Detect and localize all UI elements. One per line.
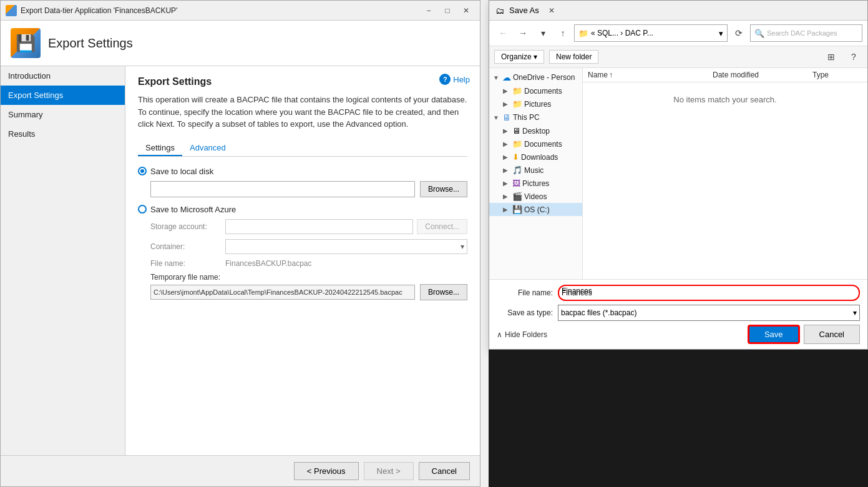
sidebar-item-export-settings[interactable]: Export Settings	[1, 86, 125, 105]
od-pictures-chevron: ▶	[503, 101, 510, 107]
help-icon: ?	[439, 74, 451, 85]
filename-row: File name: FinancesBACKUP.bacpac	[138, 259, 467, 268]
dropdown-nav-button[interactable]: ▾	[534, 25, 552, 41]
next-button[interactable]: Next >	[364, 462, 414, 480]
footer-bar: < Previous Next > Cancel	[1, 455, 480, 486]
address-bar[interactable]: 📁 « SQL... › DAC P... ▾	[574, 24, 728, 42]
tree-item-od-documents[interactable]: ▶ 📁 Documents	[489, 84, 582, 97]
tree-item-onedrive[interactable]: ▼ ☁ OneDrive - Person	[489, 71, 582, 84]
save-local-radio-item[interactable]: Save to local disk	[138, 167, 467, 176]
documents-chevron: ▶	[503, 140, 510, 147]
content-description: This operation will create a BACPAC file…	[138, 94, 467, 130]
search-icon: 🔍	[754, 29, 764, 38]
onedrive-icon: ☁	[502, 72, 511, 82]
tab-advanced[interactable]: Advanced	[182, 140, 233, 156]
save-button[interactable]: Save	[748, 325, 800, 344]
tree-item-od-pictures[interactable]: ▶ 📁 Pictures	[489, 97, 582, 111]
music-label: Music	[524, 166, 544, 175]
desktop-label: Desktop	[522, 127, 550, 135]
sidebar-item-introduction[interactable]: Introduction	[1, 66, 125, 86]
save-local-label: Save to local disk	[150, 167, 213, 176]
dialog-title-icon: 🗂	[494, 5, 505, 16]
save-as-type-value: bacpac files (*.bacpac)	[561, 308, 636, 317]
sidebar-item-summary[interactable]: Summary	[1, 105, 125, 124]
view-options-button[interactable]: ⊞	[822, 49, 840, 65]
left-window: Export Data-tier Application 'FinancesBA…	[0, 0, 480, 487]
osc-icon: 💾	[512, 205, 522, 214]
file-name-field-label: File name:	[497, 288, 553, 297]
help-link[interactable]: ? Help	[439, 74, 470, 85]
save-as-dialog: 🗂 Save As ✕ ← → ▾ ↑ 📁 « SQL... › DAC P..…	[489, 0, 868, 350]
sidebar: Introduction Export Settings Summary Res…	[1, 66, 125, 455]
container-select[interactable]: ▾	[225, 239, 467, 254]
tree-item-desktop[interactable]: ▶ 🖥 Desktop	[489, 124, 582, 137]
dialog-close-button[interactable]: ✕	[543, 4, 560, 17]
tab-settings[interactable]: Settings	[138, 140, 182, 156]
cancel-button[interactable]: Cancel	[419, 462, 470, 480]
maximize-button[interactable]: □	[439, 4, 456, 17]
od-documents-icon: 📁	[512, 86, 522, 96]
azure-section: Storage account: Connect... Container: ▾…	[138, 219, 467, 268]
new-folder-button[interactable]: New folder	[549, 50, 598, 64]
save-azure-radio[interactable]	[138, 205, 147, 214]
tree-item-downloads[interactable]: ▶ ⬇ Downloads	[489, 150, 582, 164]
search-bar[interactable]: 🔍 Search DAC Packages	[750, 24, 862, 42]
forward-button[interactable]: →	[514, 25, 532, 41]
local-path-input[interactable]	[150, 181, 415, 197]
save-as-type-select[interactable]: bacpac files (*.bacpac) ▾	[558, 305, 860, 321]
app-logo-image: 💾	[11, 28, 41, 58]
previous-button[interactable]: < Previous	[294, 462, 359, 480]
save-azure-radio-item[interactable]: Save to Microsoft Azure	[138, 205, 467, 214]
container-label: Container:	[150, 242, 225, 251]
col-date[interactable]: Date modified	[713, 71, 812, 79]
left-title-bar: Export Data-tier Application 'FinancesBA…	[1, 1, 480, 21]
hide-folders-icon: ∧	[497, 330, 502, 339]
dialog-help-button[interactable]: ?	[845, 49, 862, 65]
music-chevron: ▶	[503, 167, 510, 174]
empty-message: No items match your search.	[583, 82, 867, 117]
refresh-button[interactable]: ⟳	[730, 25, 748, 41]
dialog-body: ▼ ☁ OneDrive - Person ▶ 📁 Documents ▶ 📁 …	[489, 68, 867, 279]
tree-item-pictures[interactable]: ▶ 🖼 Pictures	[489, 177, 582, 190]
tree-item-thispc[interactable]: ▼ 🖥 This PC	[489, 111, 582, 124]
dialog-toolbar: ← → ▾ ↑ 📁 « SQL... › DAC P... ▾ ⟳ 🔍 Sear…	[489, 21, 867, 46]
tree-item-documents[interactable]: ▶ 📁 Documents	[489, 137, 582, 150]
hide-folders-toggle[interactable]: ∧ Hide Folders	[497, 330, 547, 339]
connect-button[interactable]: Connect...	[417, 219, 467, 234]
organize-button[interactable]: Organize ▾	[494, 50, 544, 64]
tree-item-videos[interactable]: ▶ 🎬 Videos	[489, 190, 582, 203]
file-name-input[interactable]	[558, 285, 860, 301]
temp-path-input[interactable]	[150, 285, 415, 300]
up-button[interactable]: ↑	[554, 25, 572, 41]
temp-browse-button[interactable]: Browse...	[420, 284, 467, 300]
documents-icon: 📁	[512, 139, 522, 149]
address-dropdown-icon: ▾	[719, 29, 723, 38]
tree-item-music[interactable]: ▶ 🎵 Music	[489, 164, 582, 177]
minimize-button[interactable]: −	[420, 4, 437, 17]
temp-label: Temporary file name:	[150, 273, 467, 282]
music-icon: 🎵	[512, 165, 522, 175]
content-title: Export Settings	[138, 76, 467, 87]
osc-chevron: ▶	[503, 206, 510, 213]
column-headers: Name ↑ Date modified Type	[583, 68, 867, 82]
address-text: « SQL... › DAC P...	[591, 29, 716, 37]
local-path-row: Browse...	[138, 181, 467, 197]
dialog-cancel-button[interactable]: Cancel	[804, 325, 860, 344]
close-button[interactable]: ✕	[457, 4, 475, 17]
temp-section: Temporary file name: Browse...	[138, 273, 467, 300]
desktop-icon: 🖥	[512, 126, 520, 135]
dialog-title-text: Save As	[509, 6, 539, 15]
col-type[interactable]: Type	[812, 71, 862, 79]
back-button[interactable]: ←	[494, 25, 512, 41]
content-area: ? Help Export Settings This operation wi…	[125, 66, 480, 455]
dialog-window-controls: ✕	[543, 4, 560, 17]
onedrive-label: OneDrive - Person	[513, 73, 575, 82]
tree-item-osc[interactable]: ▶ 💾 OS (C:)	[489, 203, 582, 216]
browse-button[interactable]: Browse...	[420, 181, 467, 197]
save-as-type-row: Save as type: bacpac files (*.bacpac) ▾	[497, 305, 860, 321]
sidebar-item-results[interactable]: Results	[1, 124, 125, 144]
storage-account-input[interactable]	[225, 219, 413, 234]
col-name[interactable]: Name ↑	[588, 71, 713, 79]
thispc-icon: 🖥	[502, 112, 511, 122]
save-local-radio[interactable]	[138, 167, 147, 175]
